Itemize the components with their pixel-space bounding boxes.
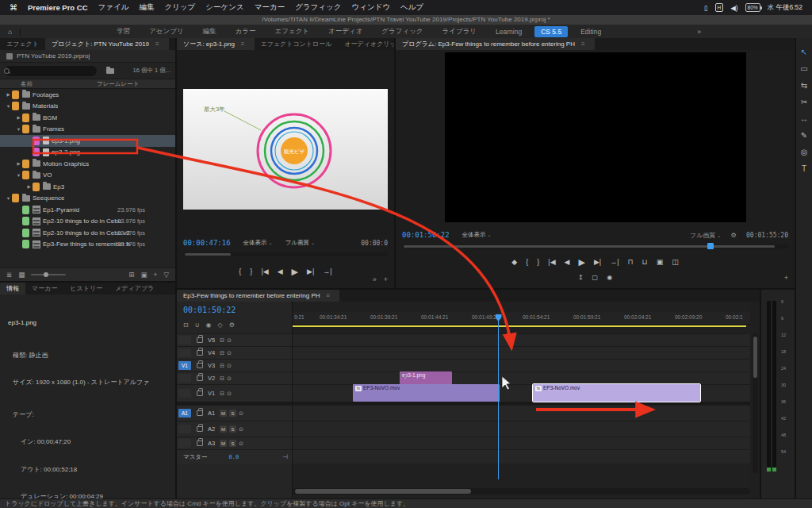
master-knob-icon[interactable]: ⊣: [282, 453, 288, 460]
source-patch[interactable]: [178, 425, 191, 433]
track-header-master[interactable]: マスター 0.0 ⊣: [177, 449, 292, 464]
tab-project[interactable]: プロジェクト: PTN YouTube 2019 ≡: [45, 38, 169, 50]
scrollbar-handle[interactable]: [753, 337, 757, 378]
project-item-row[interactable]: ▶ Ep3: [0, 181, 175, 193]
pen-tool-icon[interactable]: ✎: [801, 131, 807, 140]
workspace-tab-edit[interactable]: 編集: [193, 25, 226, 38]
program-current-timecode[interactable]: 00:01:50:22: [402, 231, 450, 239]
source-patch[interactable]: [178, 439, 191, 448]
button-editor-overflow-icon[interactable]: »: [373, 275, 377, 283]
play-button[interactable]: ▶: [292, 267, 298, 277]
new-item-button[interactable]: +: [153, 271, 157, 279]
track-master[interactable]: [293, 449, 750, 464]
add-marker-button[interactable]: ◆: [511, 258, 517, 266]
project-item-row[interactable]: ▶ Footages: [0, 89, 175, 101]
mic-icon[interactable]: ⊙: [239, 410, 243, 417]
lock-icon[interactable]: [197, 337, 203, 343]
tab-history[interactable]: ヒストリー: [63, 283, 109, 294]
project-root-row[interactable]: PTN YouTube 2019.prproj: [0, 50, 175, 63]
source-patch[interactable]: [178, 336, 191, 344]
workspace-tab-graphics[interactable]: グラフィック: [372, 25, 432, 38]
tab-source[interactable]: ソース: ep3-1.png ≡: [177, 38, 255, 50]
home-icon[interactable]: ⌂: [0, 28, 21, 36]
tab-program[interactable]: プログラム: Ep3-Few things to remember before…: [396, 38, 595, 50]
solo-button[interactable]: S: [229, 410, 236, 417]
workspace-tab-color[interactable]: カラー: [226, 25, 266, 38]
mute-button[interactable]: M: [220, 410, 227, 417]
play-button[interactable]: ▶: [578, 257, 584, 267]
source-patch[interactable]: [178, 374, 191, 383]
workspace-tab-editing[interactable]: Editing: [571, 26, 611, 37]
track-name[interactable]: A3: [205, 440, 217, 447]
mic-icon[interactable]: ⊙: [239, 426, 243, 433]
track-name[interactable]: V4: [205, 349, 217, 356]
h-app-status-icon[interactable]: H: [715, 3, 724, 12]
workspace-tab-cs55[interactable]: CS 5.5: [534, 26, 568, 37]
playhead[interactable]: [498, 314, 499, 479]
mark-out-button[interactable]: }: [537, 258, 539, 266]
linked-selection-icon[interactable]: ◉: [206, 321, 212, 329]
track-output-icon[interactable]: ⊙: [227, 363, 232, 369]
track-name[interactable]: V3: [205, 362, 217, 369]
project-item-row[interactable]: ▼ Frames: [0, 124, 175, 136]
panel-menu-icon[interactable]: ≡: [324, 292, 334, 299]
column-name[interactable]: 名前: [0, 80, 97, 88]
source-zoom-scrollbar[interactable]: [183, 252, 388, 256]
apple-logo-icon[interactable]: ⌘: [10, 3, 17, 12]
project-item-row[interactable]: ep3-2.png: [0, 147, 175, 159]
type-tool-icon[interactable]: T: [802, 164, 806, 173]
program-fit-dropdown[interactable]: 全体表示⌄: [462, 231, 492, 239]
scrollbar-handle[interactable]: [295, 489, 471, 494]
sync-lock-icon[interactable]: ⊟: [220, 391, 224, 397]
workspace-tab-libraries[interactable]: ライブラリ: [433, 25, 487, 38]
lock-icon[interactable]: [197, 426, 203, 432]
export-frame-button[interactable]: ▣: [657, 258, 664, 266]
column-framerate[interactable]: フレームレート: [97, 80, 139, 88]
disclosure-icon[interactable]: ▼: [15, 127, 22, 132]
source-patch-v1[interactable]: V1: [178, 361, 191, 370]
disclosure-icon[interactable]: ▼: [5, 196, 12, 201]
tab-info[interactable]: 情報: [0, 283, 25, 294]
menu-file[interactable]: ファイル: [98, 2, 129, 13]
track-name[interactable]: V2: [205, 375, 217, 382]
workspace-tab-effects[interactable]: エフェクト: [266, 25, 320, 38]
track-header-v3[interactable]: V1 V3 ⊟ ⊙: [177, 359, 292, 371]
lock-icon[interactable]: [197, 350, 203, 356]
step-back-button[interactable]: ◀: [278, 267, 283, 275]
battery-indicator[interactable]: 80%: [745, 3, 760, 12]
panel-menu-icon[interactable]: ≡: [238, 40, 248, 48]
track-v2[interactable]: [293, 371, 750, 384]
disclosure-icon[interactable]: ▶: [15, 115, 22, 120]
track-a3[interactable]: [293, 437, 750, 449]
program-quality-dropdown[interactable]: フル画質⌄: [690, 232, 721, 239]
step-forward-button[interactable]: ▶|: [307, 267, 314, 275]
sync-lock-icon[interactable]: ⊟: [220, 337, 224, 344]
tab-effect-controls[interactable]: エフェクトコントロール: [255, 38, 339, 50]
tab-markers[interactable]: マーカー: [25, 283, 63, 294]
safe-margins-button[interactable]: ▢: [592, 274, 599, 281]
timeline-clip-ep3-novo-left[interactable]: fxEP3-NoVO.mov: [353, 384, 500, 402]
list-view-button[interactable]: ≣: [6, 271, 12, 279]
workspace-tab-learning[interactable]: Learning: [486, 26, 531, 37]
nest-sequence-icon[interactable]: ⊡: [183, 321, 189, 329]
track-name[interactable]: V1: [205, 390, 217, 397]
solo-button[interactable]: S: [229, 425, 236, 433]
track-header-v2[interactable]: V2 ⊟ ⊙: [177, 371, 292, 384]
timeline-clip-ep3-novo-right-selected[interactable]: fxEP3-NoVO.mov: [533, 384, 700, 402]
lift-button[interactable]: ⊓: [628, 258, 634, 266]
menu-graphics[interactable]: グラフィック: [295, 2, 341, 13]
track-name[interactable]: A2: [205, 425, 217, 433]
timeline-settings-icon[interactable]: ⚙: [229, 321, 235, 329]
mic-icon[interactable]: ⊙: [239, 441, 243, 447]
project-item-row[interactable]: ▼ VO: [0, 170, 175, 182]
menu-help[interactable]: ヘルプ: [400, 2, 423, 13]
menubar-clock[interactable]: 水 午後6:52: [768, 3, 802, 13]
track-v3[interactable]: [293, 359, 750, 371]
project-item-row[interactable]: Ep1-Pyramid 23.976 fps: [0, 204, 175, 216]
multi-camera-button[interactable]: ◉: [607, 274, 612, 281]
sync-lock-icon[interactable]: ⊟: [220, 363, 224, 369]
mark-in-button[interactable]: {: [526, 258, 528, 266]
workspace-overflow-icon[interactable]: »: [697, 28, 701, 36]
panel-menu-icon[interactable]: ≡: [578, 40, 588, 48]
workspace-tab-assembly[interactable]: アセンブリ: [140, 25, 193, 38]
